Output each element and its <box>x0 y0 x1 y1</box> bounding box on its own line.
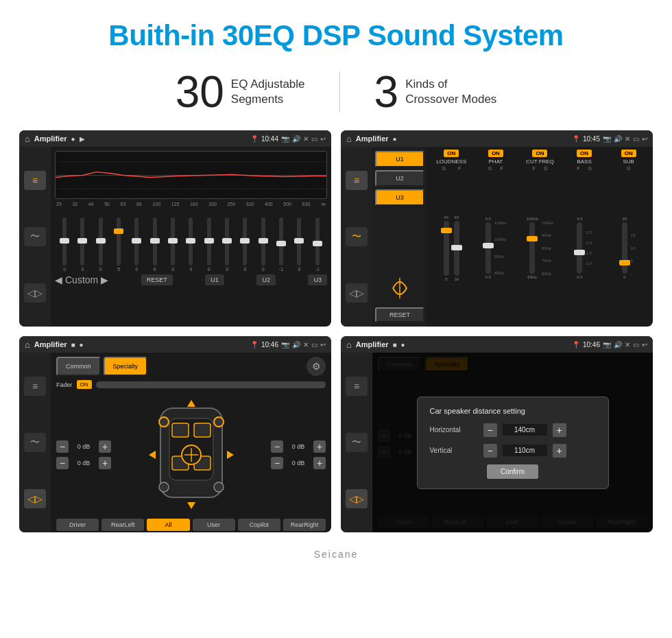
tab-common3[interactable]: Common <box>56 357 101 376</box>
reset-btn2[interactable]: RESET <box>375 307 424 322</box>
vol-fr-minus[interactable]: − <box>271 440 283 453</box>
u3-button[interactable]: U3 <box>308 274 327 285</box>
eq-icon3[interactable]: ≡ <box>24 377 46 396</box>
btn-rear-right3[interactable]: RearRight <box>283 519 326 531</box>
back-icon[interactable]: ↩ <box>320 135 326 143</box>
slider-250[interactable]: 0 <box>237 217 253 272</box>
screen2-main: ON LOUDNESS GF 64 0 64 <box>427 147 653 327</box>
screen1-title: Amplifier <box>34 134 67 143</box>
slider-400[interactable]: -1 <box>273 217 289 272</box>
slider-125[interactable]: 0 <box>182 217 199 272</box>
home-icon[interactable]: ⌂ <box>25 134 30 144</box>
home-icon2[interactable]: ⌂ <box>346 134 352 144</box>
horizontal-minus[interactable]: − <box>483 423 497 437</box>
crossover-section: ON LOUDNESS GF 64 0 64 <box>431 150 649 324</box>
camera-icon3: 📷 <box>281 341 289 348</box>
dialog-vertical-row: Vertical − 110cm + <box>430 444 596 458</box>
vertical-plus[interactable]: + <box>553 444 566 458</box>
wave-icon2[interactable]: 〜 <box>346 227 368 246</box>
slider-630[interactable]: -1 <box>309 217 326 272</box>
vertical-minus[interactable]: − <box>483 444 497 458</box>
cutfreq-sliders: 100Hz 60Hz 100Hz90Hz80Hz70Hz60Hz <box>527 172 554 324</box>
slider-320[interactable]: 0 <box>255 217 272 272</box>
dot-icon3: ■ <box>71 341 75 348</box>
slider-50[interactable]: 5 <box>110 217 127 272</box>
fader-label3: Fader <box>56 381 73 388</box>
home-icon3[interactable]: ⌂ <box>25 340 30 350</box>
u3-preset[interactable]: U3 <box>375 189 424 206</box>
prev-icon[interactable]: ◀ <box>55 274 62 285</box>
speaker-icon2[interactable]: ◁▷ <box>346 283 368 303</box>
settings-icon3[interactable]: ⚙ <box>307 357 326 376</box>
slider-80[interactable]: 0 <box>147 217 163 272</box>
next-icon[interactable]: ▶ <box>101 274 108 285</box>
vol-fl-plus[interactable]: + <box>99 440 111 453</box>
speaker-icon3[interactable]: ◁▷ <box>24 489 46 508</box>
u2-preset[interactable]: U2 <box>375 170 424 187</box>
vol-fr-row: − 0 dB + <box>271 440 326 453</box>
wave-icon4[interactable]: 〜 <box>346 433 368 452</box>
fader-bar3[interactable] <box>96 381 326 388</box>
slider-200[interactable]: 0 <box>219 217 235 272</box>
u1-preset[interactable]: U1 <box>375 151 424 167</box>
vol-rl-minus[interactable]: − <box>56 457 69 469</box>
u2-button[interactable]: U2 <box>256 274 276 285</box>
close-icon4[interactable]: ✕ <box>625 341 630 348</box>
eq-icon[interactable]: ≡ <box>24 171 46 190</box>
loudness-sliders: 64 0 64 16 <box>444 172 459 324</box>
bass-title: BASS <box>577 158 591 165</box>
eq-icon2[interactable]: ≡ <box>346 171 368 190</box>
btn-rear-left3[interactable]: RearLeft <box>101 519 144 531</box>
slider-500[interactable]: 0 <box>291 217 307 272</box>
vol-rr-plus[interactable]: + <box>313 457 326 469</box>
vertical-value: 110cm <box>503 445 547 456</box>
sub-col: ON SUB G 20 0 -15105- <box>608 150 649 324</box>
close-icon[interactable]: ✕ <box>303 135 309 143</box>
slider-160[interactable]: 0 <box>201 217 217 272</box>
confirm-button[interactable]: Confirm <box>487 464 538 479</box>
vol-fr-plus[interactable]: + <box>313 440 326 453</box>
home-icon4[interactable]: ⌂ <box>346 340 352 350</box>
wave-icon[interactable]: 〜 <box>24 227 46 246</box>
page-title: Buith-in 30EQ DSP Sound System <box>0 0 672 63</box>
loudness-col: ON LOUDNESS GF 64 0 64 <box>431 150 472 324</box>
tab-specialty3[interactable]: Specialty <box>104 357 148 376</box>
slider-40[interactable]: 0 <box>93 217 109 272</box>
screen-distance: ⌂ Amplifier ■ ● 📍 10:46 📷 🔊 ✕ ▭ ↩ ≡ 〜 ◁▷ <box>341 336 653 532</box>
screen3-body: ≡ 〜 ◁▷ Common Specialty ⚙ Fader ON <box>19 353 331 532</box>
btn-copilot3[interactable]: Copilot <box>238 519 280 531</box>
slider-25[interactable]: 0 <box>56 217 73 272</box>
close-icon2[interactable]: ✕ <box>625 135 630 143</box>
crossover-stat: 3 Kinds of Crossover Modes <box>340 70 531 114</box>
window-icon2: ▭ <box>633 135 639 143</box>
fader-toggle3[interactable]: ON <box>77 380 92 389</box>
reset-button[interactable]: RESET <box>141 274 173 285</box>
screen1-icons: 📍 10:44 📷 🔊 ✕ ▭ ↩ <box>250 135 326 143</box>
speaker-icon[interactable]: ◁▷ <box>24 283 46 303</box>
eq-icon4[interactable]: ≡ <box>346 377 368 396</box>
vol-fl-value: 0 dB <box>71 443 96 450</box>
vol-rl-row: − 0 dB + <box>56 457 111 469</box>
btn-all3[interactable]: All <box>147 519 189 531</box>
eq-graph <box>55 151 327 199</box>
close-icon3[interactable]: ✕ <box>303 341 309 348</box>
wave-icon3[interactable]: 〜 <box>24 433 46 452</box>
vol-rl-plus[interactable]: + <box>99 457 111 469</box>
slider-32[interactable]: 0 <box>74 217 91 272</box>
back-icon3[interactable]: ↩ <box>320 341 326 348</box>
btn-driver3[interactable]: Driver <box>56 519 99 531</box>
btn-user3[interactable]: User <box>193 519 235 531</box>
back-icon4[interactable]: ↩ <box>642 341 647 348</box>
screen-crossover: ⌂ Amplifier ● 📍 10:45 📷 🔊 ✕ ▭ ↩ ≡ 〜 ◁▷ U… <box>341 130 653 327</box>
vol-fl-row: − 0 dB + <box>56 440 111 453</box>
vol-rr-minus[interactable]: − <box>271 457 283 469</box>
slider-100[interactable]: 0 <box>165 217 181 272</box>
dialog-horizontal-row: Horizontal − 140cm + <box>430 423 596 437</box>
slider-63[interactable]: 0 <box>128 217 145 272</box>
back-icon2[interactable]: ↩ <box>642 135 647 143</box>
u1-button[interactable]: U1 <box>205 274 224 285</box>
cutfreq-title: CUT FREQ <box>526 158 554 165</box>
horizontal-plus[interactable]: + <box>553 423 566 437</box>
vol-fl-minus[interactable]: − <box>56 440 69 453</box>
speaker-icon4[interactable]: ◁▷ <box>346 489 368 508</box>
